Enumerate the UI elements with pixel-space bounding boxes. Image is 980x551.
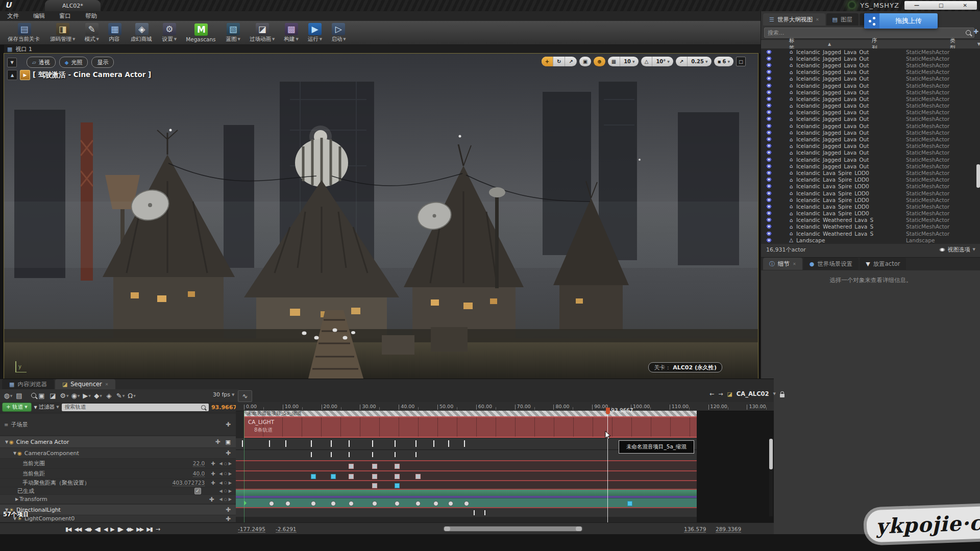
viewport-tab-bar[interactable]: ▦ 视口 1 xyxy=(4,45,761,54)
keyframe[interactable] xyxy=(627,501,632,506)
toolbar-button[interactable]: ◨ 源码管理▼ xyxy=(45,21,80,44)
camera-speed-button[interactable]: ▪ 6▼ xyxy=(714,57,733,66)
keyframe[interactable] xyxy=(372,483,377,488)
menu-item[interactable]: 编辑 xyxy=(26,12,52,20)
maximize-button[interactable]: □ xyxy=(939,3,943,8)
nav-forward-icon[interactable]: → xyxy=(718,391,723,397)
sort-descending-icon[interactable]: ▼ xyxy=(977,42,980,46)
show-flags-button[interactable]: 显示 xyxy=(91,57,114,68)
toolbar-button[interactable]: ◈ 虚幻商城 xyxy=(126,21,158,44)
outliner-search-input[interactable]: 搜索... xyxy=(764,28,974,38)
key-navigation[interactable]: ◀○▶ xyxy=(219,471,236,476)
outliner-row[interactable]: ⌂ Icelandic_Jagged_Lava_Out StaticMeshAc… xyxy=(761,82,980,89)
section-tick[interactable] xyxy=(372,440,373,447)
transport-button[interactable]: ▶ xyxy=(110,526,113,533)
visibility-eye-icon[interactable] xyxy=(766,198,772,202)
tab-layers[interactable]: ▤图层 xyxy=(826,13,859,26)
track-row-actor[interactable]: ▼☀DirectionalLight✚ xyxy=(0,505,236,515)
keyframe[interactable] xyxy=(349,501,354,506)
filter-button[interactable]: ▼过滤器▼ xyxy=(34,404,59,411)
tab-content-browser[interactable]: ▦内容浏览器 xyxy=(2,379,54,389)
focal-length-track[interactable] xyxy=(236,470,697,480)
toolbar-button[interactable]: ▧ 蓝图▼ xyxy=(222,21,245,44)
transform-track[interactable] xyxy=(236,498,697,507)
track-row-bool[interactable]: 已生成✓◀○▶ xyxy=(0,487,236,494)
section-tick[interactable] xyxy=(484,510,485,515)
add-track-plus-button[interactable]: ✚ xyxy=(226,421,236,428)
outliner-row[interactable]: ⌂ Icelandic_Lava_Spire_LOD0_ StaticMeshA… xyxy=(761,169,980,176)
keyframe[interactable] xyxy=(415,501,421,506)
add-key-button[interactable]: ✚ xyxy=(211,480,215,486)
visibility-eye-icon[interactable] xyxy=(766,84,772,88)
track-row-prop[interactable]: 当前焦距40.0✚◀○▶ xyxy=(0,469,236,478)
add-track-plus-button[interactable]: ✚ xyxy=(209,496,219,503)
outliner-row[interactable]: ⌂ Icelandic_Jagged_Lava_Out StaticMeshAc… xyxy=(761,69,980,76)
toolbar-button[interactable]: ▤ 保存当前关卡 xyxy=(3,21,45,44)
track-row-group[interactable]: ▶Transform✚◀○▶ xyxy=(0,495,236,504)
section-tick[interactable] xyxy=(349,452,350,457)
visibility-eye-icon[interactable] xyxy=(766,151,772,155)
keyframe[interactable] xyxy=(285,501,290,506)
coordinate-system-button[interactable]: ▣ xyxy=(579,57,591,66)
outliner-row[interactable]: ⌂ Icelandic_Jagged_Lava_Out StaticMeshAc… xyxy=(761,136,980,142)
camera-lock-button[interactable]: ▣ xyxy=(226,439,236,445)
section-tick[interactable] xyxy=(448,440,449,447)
add-key-button[interactable]: ✚ xyxy=(211,461,215,466)
sequencer-toolbar-button[interactable]: ◪ xyxy=(48,391,58,401)
visibility-eye-icon[interactable] xyxy=(766,110,772,114)
toolbar-button[interactable]: ▶ 运行▼ xyxy=(303,21,327,44)
section-tick[interactable] xyxy=(464,440,465,447)
sequencer-toolbar-button[interactable]: ✎▼ xyxy=(115,391,126,401)
track-row-component[interactable]: ▼☀LightComponent0✚ xyxy=(0,515,236,522)
curve-editor-button[interactable]: ∿ xyxy=(238,390,252,402)
outliner-row[interactable]: ⌂ Icelandic_Lava_Spire_LOD0_ StaticMeshA… xyxy=(761,210,980,217)
keyframe[interactable] xyxy=(311,501,316,506)
outliner-row[interactable]: ⌂ Icelandic_Jagged_Lava_Out StaticMeshAc… xyxy=(761,129,980,136)
sequencer-toolbar-button[interactable]: ⚙▼ xyxy=(59,391,69,401)
sequencer-toolbar-button[interactable]: ▶▼ xyxy=(82,391,92,401)
add-filter-icon[interactable]: ✚ xyxy=(973,28,978,35)
timeline-area[interactable]: 0.0010.0020.0030.0040.0050.0060.0070.008… xyxy=(236,402,774,522)
tab-world-settings[interactable]: ●世界场景设置 xyxy=(803,258,859,270)
add-track-plus-button[interactable]: ✚ xyxy=(215,438,226,445)
transport-button[interactable]: ◀◆ xyxy=(84,526,91,533)
surface-snap-button[interactable]: ⊕ xyxy=(594,57,605,66)
toolbar-button[interactable]: ▷ 启动▼ xyxy=(327,21,350,44)
keyframe[interactable] xyxy=(331,501,336,506)
outliner-row[interactable]: ⌂ Icelandic_Jagged_Lava_Out StaticMeshAc… xyxy=(761,103,980,109)
menu-item[interactable]: 窗口 xyxy=(52,12,78,20)
outliner-row[interactable]: ⌂ Icelandic_Weathered_Lava_S StaticMeshA… xyxy=(761,217,980,223)
track-search-input[interactable]: 搜索轨道 xyxy=(62,404,209,411)
visibility-eye-icon[interactable] xyxy=(766,137,772,141)
add-track-plus-button[interactable]: ✚ xyxy=(226,449,236,457)
directional-light-track[interactable] xyxy=(236,507,697,517)
fps-dropdown[interactable]: 30 fps▼ xyxy=(210,391,237,398)
rotation-snap-value[interactable]: 10°▼ xyxy=(652,57,673,66)
add-track-plus-button[interactable]: ✚ xyxy=(226,506,236,513)
transport-button[interactable]: ◆▶ xyxy=(126,526,133,533)
outliner-row[interactable]: ⌂ Icelandic_Weathered_Lava_S StaticMeshA… xyxy=(761,230,980,237)
outliner-row[interactable]: ⌂ Icelandic_Jagged_Lava_Out StaticMeshAc… xyxy=(761,156,980,163)
keyframe[interactable] xyxy=(269,501,274,506)
visibility-eye-icon[interactable] xyxy=(766,104,772,108)
transport-button[interactable]: ▮◀ xyxy=(65,526,71,533)
visibility-eye-icon[interactable] xyxy=(766,70,772,74)
subscene-block[interactable]: CA_LIGHT 8条轨道 xyxy=(244,416,697,438)
keyframe[interactable] xyxy=(372,501,377,506)
transport-button[interactable]: ◀ xyxy=(104,526,107,533)
spawned-checkbox[interactable]: ✓ xyxy=(194,488,201,494)
tab-world-outliner[interactable]: ☰世界大纲视图✕ xyxy=(763,13,825,26)
track-value[interactable]: 40.0 xyxy=(193,470,205,477)
outliner-row[interactable]: ⌂ Icelandic_Jagged_Lava_Out StaticMeshAc… xyxy=(761,95,980,102)
visibility-eye-icon[interactable] xyxy=(766,218,772,222)
visibility-eye-icon[interactable] xyxy=(766,57,772,61)
menu-item[interactable]: 帮助 xyxy=(78,12,104,20)
outliner-row[interactable]: ⌂ Icelandic_Jagged_Lava_Out StaticMeshAc… xyxy=(761,62,980,68)
keyframe[interactable] xyxy=(331,474,336,479)
visibility-eye-icon[interactable] xyxy=(766,90,772,94)
scale-tool-button[interactable]: ↗ xyxy=(565,57,576,66)
section-tick[interactable] xyxy=(372,452,373,457)
visibility-eye-icon[interactable] xyxy=(766,224,772,229)
keyframe[interactable] xyxy=(349,464,354,469)
keyframe[interactable] xyxy=(415,474,421,479)
